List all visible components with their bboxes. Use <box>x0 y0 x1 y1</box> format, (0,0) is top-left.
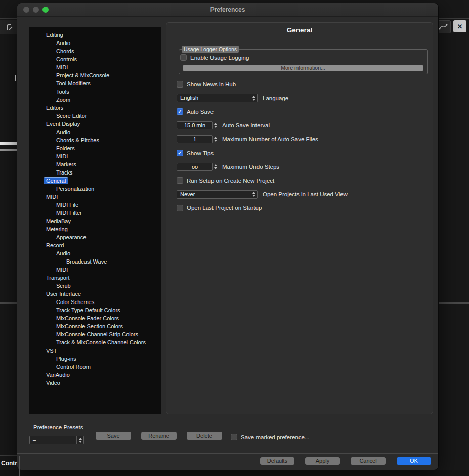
sidebar-item-vst[interactable]: VST <box>29 347 161 355</box>
sidebar-item-mixconsole-fader-colors[interactable]: MixConsole Fader Colors <box>29 314 161 322</box>
sidebar-item-label: Personalization <box>54 186 96 192</box>
run-setup-on-create-new-project-checkbox[interactable] <box>177 177 183 184</box>
sidebar-item-score-editor[interactable]: Score Editor <box>29 112 161 120</box>
enable-usage-logging-checkbox[interactable] <box>180 54 187 61</box>
sidebar-item-project-mixconsole[interactable]: Project & MixConsole <box>29 71 161 79</box>
sidebar-item-label: Color Schemes <box>54 299 96 305</box>
sidebar-item-control-room[interactable]: Control Room <box>29 363 161 371</box>
sidebar-item-midi[interactable]: MIDI <box>29 152 161 160</box>
sidebar-item-midi-filter[interactable]: MIDI Filter <box>29 209 161 217</box>
sidebar-item-chords[interactable]: Chords <box>29 47 161 55</box>
sidebar-item-transport[interactable]: Transport <box>29 274 161 282</box>
save-button[interactable]: Save <box>96 432 131 440</box>
sidebar-item-label: Folders <box>54 145 77 151</box>
sidebar-item-label: Event Display <box>44 121 82 127</box>
sidebar-item-general[interactable]: General <box>29 177 161 185</box>
settings-row: 1Maximum Number of Auto Save Files <box>177 133 428 146</box>
auto-save-interval-value[interactable]: 15.0 min <box>177 121 213 129</box>
usage-logger-group: Usage Logger Options Enable Usage Loggin… <box>179 49 428 74</box>
delete-button[interactable]: Delete <box>187 432 222 440</box>
sidebar-item-scrub[interactable]: Scrub <box>29 282 161 290</box>
cancel-button[interactable]: Cancel <box>351 457 386 465</box>
sidebar-item-label: MIDI <box>54 64 70 70</box>
apply-button[interactable]: Apply <box>305 457 340 465</box>
sidebar-item-mediabay[interactable]: MediaBay <box>29 217 161 225</box>
rename-button[interactable]: Rename <box>141 432 177 440</box>
open-projects-in-last-used-view-dropdown[interactable]: Never <box>177 190 258 199</box>
sidebar-item-mixconsole-section-colors[interactable]: MixConsole Section Colors <box>29 322 161 330</box>
sidebar-item-audio[interactable]: Audio <box>29 128 161 136</box>
defaults-button[interactable]: Defaults <box>260 457 294 465</box>
sidebar-item-personalization[interactable]: Personalization <box>29 185 161 193</box>
maximum-undo-steps-stepper-arrows[interactable] <box>214 164 217 169</box>
sidebar-item-metering[interactable]: Metering <box>29 225 161 233</box>
sidebar-item-color-schemes[interactable]: Color Schemes <box>29 298 161 306</box>
settings-row: Show Tips <box>177 146 428 160</box>
panel-title: General <box>166 26 433 34</box>
sidebar-item-chords-pitches[interactable]: Chords & Pitches <box>29 136 161 144</box>
sidebar-item-label: MIDI File <box>54 202 80 208</box>
sidebar-item-mixconsole-channel-strip-colors[interactable]: MixConsole Channel Strip Colors <box>29 330 161 338</box>
sidebar-item-broadcast-wave[interactable]: Broadcast Wave <box>29 257 161 266</box>
sidebar-item-label: MIDI <box>44 194 60 200</box>
dialog-titlebar[interactable]: Preferences <box>17 3 438 17</box>
track-divider-line <box>439 302 469 304</box>
open-projects-in-last-used-view-dropdown-value: Never <box>177 191 250 198</box>
ok-button[interactable]: OK <box>397 457 431 465</box>
language-dropdown[interactable]: English <box>177 94 258 102</box>
sidebar-item-label: Zoom <box>54 97 72 103</box>
divider-line <box>0 18 17 19</box>
sidebar-item-track-mixconsole-channel-colors[interactable]: Track & MixConsole Channel Colors <box>29 338 161 347</box>
sidebar-item-label: Tracks <box>54 169 75 176</box>
sidebar-item-midi[interactable]: MIDI <box>29 266 161 274</box>
sidebar-item-editing[interactable]: Editing <box>29 31 161 39</box>
sidebar-item-midi[interactable]: MIDI <box>29 193 161 201</box>
show-news-in-hub-checkbox[interactable] <box>177 81 183 88</box>
sidebar-item-track-type-default-colors[interactable]: Track Type Default Colors <box>29 306 161 314</box>
maximum-number-of-auto-save-files-stepper-arrows[interactable] <box>214 137 217 142</box>
sidebar-item-editors[interactable]: Editors <box>29 104 161 112</box>
track-stub-line <box>0 149 19 151</box>
sidebar-item-label: Plug-ins <box>54 356 78 362</box>
sidebar-item-folders[interactable]: Folders <box>29 144 161 152</box>
sidebar-item-appearance[interactable]: Appearance <box>29 233 161 241</box>
save-marked-preference-checkbox[interactable] <box>231 434 237 440</box>
sidebar-item-variaudio[interactable]: VariAudio <box>29 371 161 379</box>
auto-save-interval-stepper-arrows[interactable] <box>214 123 217 128</box>
sidebar-item-plug-ins[interactable]: Plug-ins <box>29 355 161 363</box>
sidebar-item-markers[interactable]: Markers <box>29 160 161 168</box>
save-marked-preference-label: Save marked preference... <box>241 434 310 440</box>
maximum-undo-steps-value[interactable]: oo <box>177 163 213 171</box>
sidebar-item-label: Appearance <box>54 234 88 240</box>
settings-panel: General Usage Logger Options Enable Usag… <box>166 22 433 414</box>
open-last-project-on-startup-label: Open Last Project on Startup <box>187 205 262 211</box>
show-tips-checkbox[interactable] <box>177 150 183 156</box>
sidebar-item-label: Video <box>44 380 62 386</box>
preset-dropdown[interactable]: – <box>29 436 84 444</box>
sidebar-item-audio[interactable]: Audio <box>29 249 161 257</box>
sidebar-item-event-display[interactable]: Event Display <box>29 120 161 128</box>
sidebar-item-record[interactable]: Record <box>29 241 161 249</box>
sidebar-item-label: Markers <box>54 161 78 167</box>
sidebar-item-label: Transport <box>44 275 72 281</box>
sidebar-item-zoom[interactable]: Zoom <box>29 96 161 104</box>
sidebar-item-video[interactable]: Video <box>29 379 161 387</box>
sidebar-item-label: MixConsole Fader Colors <box>54 315 121 321</box>
maximum-number-of-auto-save-files-value[interactable]: 1 <box>177 135 213 143</box>
sidebar-item-user-interface[interactable]: User Interface <box>29 290 161 298</box>
sidebar-item-midi-file[interactable]: MIDI File <box>29 201 161 209</box>
sidebar-item-controls[interactable]: Controls <box>29 55 161 63</box>
show-news-in-hub-label: Show News in Hub <box>187 81 236 88</box>
more-information-button[interactable]: More information... <box>183 65 423 71</box>
sidebar-item-tracks[interactable]: Tracks <box>29 168 161 177</box>
sidebar-item-label: MIDI <box>54 267 70 273</box>
sidebar-item-midi[interactable]: MIDI <box>29 63 161 71</box>
open-last-project-on-startup-checkbox[interactable] <box>177 205 183 211</box>
sidebar-item-tools[interactable]: Tools <box>29 88 161 96</box>
auto-save-checkbox[interactable] <box>177 108 183 115</box>
multiply-tool-button[interactable]: ✕ <box>453 20 466 32</box>
sidebar-item-tool-modifiers[interactable]: Tool Modifiers <box>29 79 161 88</box>
settings-row: NeverOpen Projects in Last Used View <box>177 188 428 201</box>
sidebar-item-audio[interactable]: Audio <box>29 39 161 47</box>
corner-tool-button[interactable] <box>0 20 19 34</box>
